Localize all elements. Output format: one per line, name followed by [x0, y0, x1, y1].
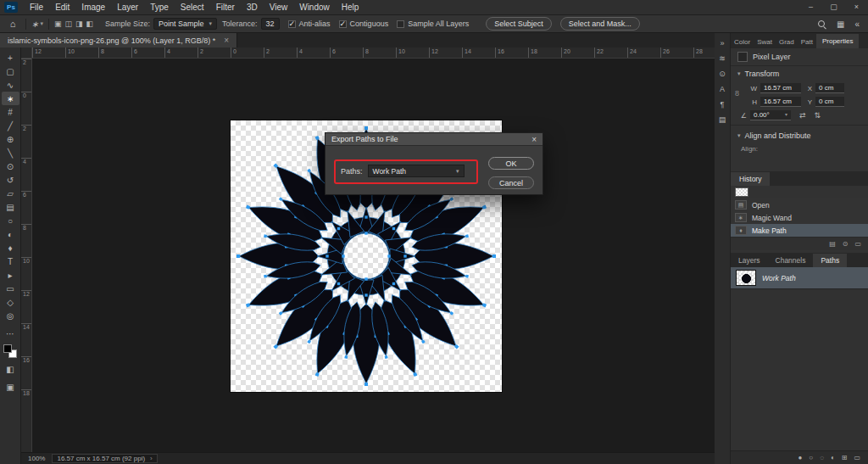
zoom-tool[interactable]: ◎ — [2, 309, 19, 322]
add-to-selection-icon[interactable]: ◫ — [64, 20, 72, 28]
menu-item[interactable]: Image — [75, 0, 111, 14]
x-field[interactable]: 0 cm — [815, 83, 844, 93]
tab-close-icon[interactable]: × — [224, 36, 229, 45]
new-snapshot-icon[interactable]: ⊙ — [843, 240, 849, 248]
screen-mode-icon[interactable]: ▣ — [2, 380, 19, 394]
tab-layers[interactable]: Layers — [731, 254, 768, 267]
shape-tool[interactable]: ▭ — [2, 282, 19, 295]
tab-gradients[interactable]: Grad — [776, 36, 798, 48]
healing-brush-tool[interactable]: ⊕ — [2, 132, 19, 146]
edit-toolbar-icon[interactable]: ⋯ — [2, 327, 19, 340]
collapse-panels-icon[interactable]: » — [720, 39, 724, 48]
new-document-from-state-icon[interactable]: ▤ — [829, 240, 836, 248]
select-and-mask-button[interactable]: Select and Mask... — [560, 17, 640, 31]
crop-tool[interactable]: # — [2, 105, 19, 119]
workspace-switcher-icon[interactable]: ▦ — [837, 20, 844, 29]
brush-settings-icon[interactable]: ≋ — [719, 54, 726, 63]
hand-tool[interactable]: ◇ — [2, 295, 19, 309]
flip-horizontal-icon[interactable]: ⇄ — [799, 111, 806, 120]
color-swatches[interactable] — [3, 344, 17, 358]
paths-dropdown[interactable]: Work Path ▾ — [368, 165, 465, 177]
eyedropper-tool[interactable]: ╱ — [2, 119, 19, 132]
clone-stamp-tool[interactable]: ⊙ — [2, 159, 19, 173]
menu-item[interactable]: File — [24, 0, 49, 14]
eraser-tool[interactable]: ▱ — [2, 187, 19, 200]
restore-button[interactable]: ▢ — [822, 0, 845, 14]
history-item-magic-wand[interactable]: ∗ Magic Wand — [731, 211, 868, 224]
tab-paths[interactable]: Paths — [813, 254, 847, 267]
stroke-path-icon[interactable]: ○ — [809, 454, 813, 461]
work-path-row[interactable]: Work Path — [731, 267, 868, 289]
history-snapshot-row[interactable] — [731, 186, 868, 198]
brush-tool[interactable]: ╲ — [2, 146, 19, 159]
history-item-open[interactable]: ▤ Open — [731, 198, 868, 211]
link-dimensions-icon[interactable]: 8 — [735, 89, 739, 98]
history-item-make-path[interactable]: ♦ Make Path — [731, 224, 868, 237]
home-icon[interactable]: ⌂ — [5, 19, 20, 29]
zoom-level[interactable]: 100% — [28, 455, 45, 462]
ok-button[interactable]: OK — [488, 157, 534, 170]
active-tool-preset-icon[interactable]: ∗▾ — [31, 20, 43, 29]
quick-mask-icon[interactable]: ◧ — [2, 362, 19, 376]
collapse-icon[interactable]: « — [854, 20, 860, 29]
character-panel-icon[interactable]: A — [720, 85, 725, 93]
close-button[interactable]: × — [845, 0, 868, 14]
gradient-tool[interactable]: ▤ — [2, 200, 19, 214]
new-path-icon[interactable]: ⊞ — [842, 454, 848, 461]
menu-item[interactable]: Select — [175, 0, 210, 14]
options-checkbox[interactable]: Anti-alias — [288, 20, 331, 28]
menu-item[interactable]: Window — [293, 0, 336, 14]
menu-item[interactable]: Edit — [49, 0, 75, 14]
path-selection-tool[interactable]: ▸ — [2, 268, 19, 282]
tab-color[interactable]: Color — [731, 36, 754, 48]
options-checkbox[interactable]: Contiguous — [339, 20, 389, 28]
rotation-field[interactable]: 0.00°▾ — [750, 110, 791, 120]
add-mask-icon[interactable]: ◐ — [831, 454, 835, 461]
tab-history[interactable]: History — [731, 172, 770, 186]
pen-tool[interactable]: ♦ — [2, 241, 19, 254]
tab-swatches[interactable]: Swat — [754, 36, 776, 48]
options-checkbox[interactable]: Sample All Layers — [397, 20, 469, 28]
menu-item[interactable]: View — [264, 0, 294, 14]
y-field[interactable]: 0 cm — [815, 97, 844, 107]
delete-state-icon[interactable]: ▭ — [854, 240, 861, 248]
lasso-tool[interactable]: ∿ — [2, 78, 19, 92]
foreground-color-swatch[interactable] — [3, 344, 12, 353]
menu-item[interactable]: Filter — [210, 0, 241, 14]
dialog-title-bar[interactable]: Export Paths to File × — [326, 133, 542, 146]
transform-section-header[interactable]: ▾ Transform — [731, 66, 868, 81]
marquee-tool[interactable]: ▢ — [2, 64, 19, 78]
select-subject-button[interactable]: Select Subject — [486, 17, 552, 31]
move-tool[interactable]: + — [2, 51, 19, 64]
minimize-button[interactable]: – — [799, 0, 822, 14]
menu-item[interactable]: Type — [144, 0, 175, 14]
path-as-selection-icon[interactable]: ◌ — [820, 454, 824, 461]
menu-item[interactable]: 3D — [241, 0, 264, 14]
document-info-box[interactable]: 16.57 cm x 16.57 cm (92 ppi) › — [52, 454, 157, 463]
history-brush-tool[interactable]: ↺ — [2, 173, 19, 187]
subtract-from-selection-icon[interactable]: ◨ — [75, 20, 83, 28]
clone-source-icon[interactable]: ⊙ — [719, 70, 726, 78]
menu-item[interactable]: Layer — [111, 0, 144, 14]
tab-channels[interactable]: Channels — [768, 254, 814, 267]
width-field[interactable]: 16.57 cm — [760, 83, 801, 93]
tab-patterns[interactable]: Patt — [798, 36, 816, 48]
photoshop-logo-icon[interactable]: Ps — [4, 2, 18, 13]
align-section-header[interactable]: ▾ Align and Distribute — [731, 128, 868, 143]
cancel-button[interactable]: Cancel — [488, 176, 534, 189]
delete-path-icon[interactable]: ▭ — [854, 454, 860, 461]
libraries-panel-icon[interactable]: ▤ — [719, 115, 726, 124]
canvas-area[interactable]: 121086420246810121416182022242628 202468… — [21, 48, 715, 464]
fill-path-icon[interactable]: ● — [798, 454, 802, 461]
height-field[interactable]: 16.57 cm — [760, 97, 801, 107]
magic-wand-tool[interactable]: ∗ — [2, 92, 19, 105]
dodge-tool[interactable]: ◐ — [2, 227, 19, 241]
tolerance-input[interactable]: 32 — [261, 18, 280, 30]
document-tab[interactable]: islamic-symbols-icon-png-26.png @ 100% (… — [0, 33, 237, 48]
type-tool[interactable]: T — [2, 254, 19, 268]
blur-tool[interactable]: ○ — [2, 214, 19, 227]
tab-properties[interactable]: Properties — [816, 34, 859, 48]
status-chevron-icon[interactable]: › — [150, 455, 153, 462]
flip-vertical-icon[interactable]: ⇅ — [815, 111, 821, 120]
new-selection-icon[interactable]: ▣ — [54, 20, 62, 28]
